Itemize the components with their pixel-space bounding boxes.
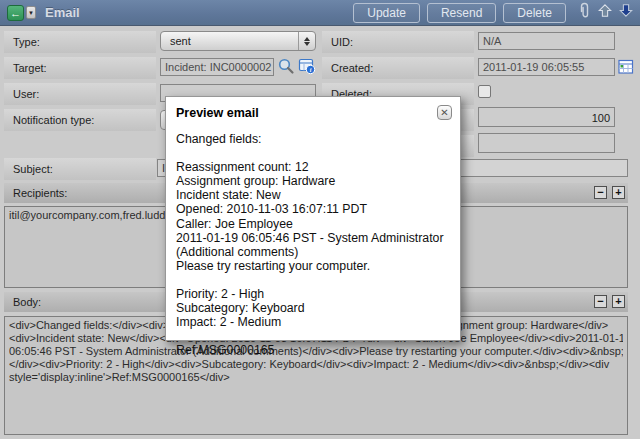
preview-text-line: Incident state: New [176, 188, 450, 202]
field-label-type: Type: [4, 31, 156, 53]
preview-text-line: Priority: 2 - High [176, 287, 450, 301]
page-title: Email [45, 5, 80, 20]
uid-input[interactable]: N/A [478, 32, 615, 50]
collapse-icon[interactable]: − [594, 295, 607, 308]
back-menu-caret-icon[interactable]: ▼ [26, 6, 36, 19]
reference-lookup-icon[interactable] [277, 57, 295, 79]
preview-email-dialog: Preview email ✕ Changed fields: Reassign… [165, 96, 461, 341]
recipients-section-label: Recipients: [13, 187, 67, 199]
preview-text-line: Caller: Joe Employee [176, 217, 450, 231]
resend-button[interactable]: Resend [427, 3, 496, 23]
preview-text-line: Subcategory: Keyboard [176, 301, 450, 315]
close-icon[interactable]: ✕ [437, 105, 452, 120]
body-text-line: style='display:inline'>Ref:MSG0000165</d… [9, 371, 623, 384]
type-select-value: sent [170, 35, 191, 47]
target-input[interactable]: Incident: INC0000002 [160, 58, 274, 76]
empty-input[interactable] [478, 133, 615, 153]
expand-icon[interactable]: + [612, 295, 625, 308]
preview-text-line: Opened: 2010-11-03 16:07:11 PDT [176, 202, 450, 216]
record-preview-icon[interactable]: i [298, 57, 316, 79]
field-label-subject: Subject: [4, 158, 156, 180]
body-text-line: </div><div>Priority: 2 - High</div><div>… [9, 358, 623, 371]
preview-text-line: 2011-01-19 06:05:46 PST - System Adminis… [176, 231, 450, 245]
preview-text-line: Reassignment count: 12 [176, 160, 450, 174]
delete-button[interactable]: Delete [503, 3, 566, 23]
field-label-target: Target: [4, 57, 156, 79]
dialog-body: Changed fields: Reassignment count: 12 A… [166, 124, 460, 358]
deleted-checkbox[interactable] [478, 85, 491, 98]
expand-icon[interactable]: + [612, 186, 625, 199]
header-icon-group [577, 2, 633, 24]
preview-text-line [176, 146, 450, 160]
calendar-icon[interactable] [618, 59, 634, 79]
preview-text-line: Changed fields: [176, 132, 450, 146]
field-label-user: User: [4, 83, 156, 105]
email-record-screen: ← ▼ Email Update Resend Delete Type: sen… [0, 0, 640, 439]
field-label-notification-type: Notification type: [4, 109, 156, 131]
field-label-created: Created: [322, 57, 474, 79]
collapse-icon[interactable]: − [594, 186, 607, 199]
created-input[interactable]: 2011-01-19 06:05:55 [478, 58, 615, 76]
dialog-title: Preview email [166, 97, 460, 124]
preview-text-line: (Additional comments) [176, 245, 450, 259]
preview-text-line: Ref:MSG0000165 [176, 343, 450, 357]
numeric-input[interactable]: 100 [478, 107, 615, 127]
attachment-icon[interactable] [577, 2, 591, 24]
field-label-uid: UID: [322, 31, 474, 53]
preview-text-line [176, 329, 450, 343]
select-stepper-icon [298, 32, 315, 50]
update-button[interactable]: Update [353, 3, 420, 23]
preview-text-line [176, 273, 450, 287]
record-header-bar: ← ▼ Email Update Resend Delete [0, 0, 640, 26]
scroll-down-icon[interactable] [619, 3, 633, 22]
preview-text-line: Impact: 2 - Medium [176, 315, 450, 329]
body-section-label: Body: [13, 296, 41, 308]
scroll-up-icon[interactable] [598, 3, 612, 22]
back-arrow-icon[interactable]: ← [7, 5, 24, 21]
preview-text-line: Please try restarting your computer. [176, 259, 450, 273]
type-select[interactable]: sent [160, 31, 316, 51]
preview-text-line: Assignment group: Hardware [176, 174, 450, 188]
